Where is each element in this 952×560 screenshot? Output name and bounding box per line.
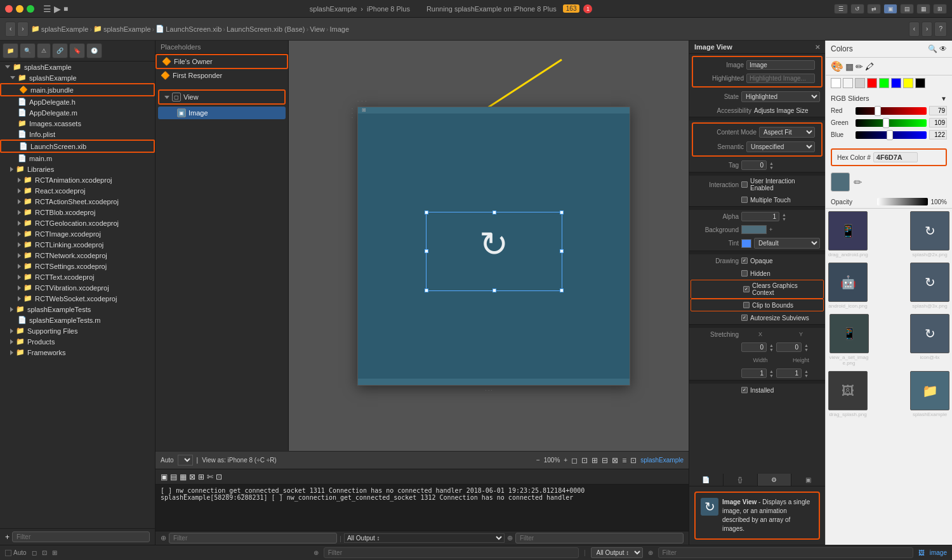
image-input[interactable] (746, 60, 815, 70)
green-value-input[interactable] (929, 118, 947, 127)
highlighted-input[interactable] (746, 74, 815, 83)
tint-color-swatch[interactable] (741, 239, 751, 248)
image-cell-android-icon[interactable]: 🤖 android_icon.png (828, 263, 868, 309)
console-icon-2[interactable]: ▤ (170, 472, 177, 481)
triangle-icon[interactable] (18, 210, 21, 215)
swatch-gray[interactable] (855, 78, 865, 88)
sidebar-item-rctanimation[interactable]: 📁 RCTAnimation.xcodeproj (0, 174, 155, 185)
sidebar-nav-btn-3[interactable]: ⚠ (37, 43, 51, 58)
breadcrumb-item-1[interactable]: 📁 splashExample (31, 25, 89, 33)
sliders-dropdown-icon[interactable]: ▼ (941, 95, 947, 102)
zoom-button[interactable] (27, 5, 34, 13)
sidebar-item-react[interactable]: 📁 React.xcodeproj (0, 185, 155, 196)
close-icon[interactable]: ✕ (815, 44, 820, 51)
status-nav-1[interactable]: ◻ (32, 549, 37, 556)
sidebar-item-rcttext[interactable]: 📁 RCTText.xcodeproj (0, 271, 155, 282)
content-mode-select[interactable]: Aspect Fit (759, 127, 815, 138)
triangle-icon[interactable] (10, 350, 13, 355)
sidebar-item-splashexampletests[interactable]: 📁 splashExampleTests (0, 304, 155, 315)
window-controls[interactable] (5, 5, 34, 13)
image-cell-drag-android[interactable]: 📱 drag_android.png (828, 211, 868, 257)
auto-select[interactable] (178, 455, 193, 466)
handle-br[interactable] (560, 289, 564, 292)
triangle-icon[interactable] (18, 231, 21, 237)
console-filter-input2[interactable] (515, 533, 684, 544)
breadcrumb-item-3[interactable]: 📄 LaunchScreen.xib (155, 25, 221, 33)
multiple-touch-checkbox[interactable] (741, 197, 748, 203)
handle-bm[interactable] (493, 289, 496, 292)
tab-file[interactable]: 📄 (689, 474, 724, 486)
sidebar-item-info-plist[interactable]: 📄 Info.plist (0, 129, 155, 140)
sidebar-item-splashexample-root[interactable]: 📁 splashExample (0, 62, 155, 72)
handle-bl[interactable] (425, 289, 428, 292)
tree-item-image[interactable]: ▣ Image (158, 107, 286, 119)
sidebar-nav-btn-5[interactable]: 🔖 (69, 43, 85, 58)
tree-item-files-owner[interactable]: 🔶 File's Owner (155, 54, 288, 69)
state-select[interactable]: Highlighted (741, 91, 820, 102)
nav-btn-group[interactable]: ‹ › ? (909, 22, 947, 37)
toolbar-btn-play[interactable]: ▶ (54, 4, 61, 14)
swatch-lightgray[interactable] (843, 78, 853, 88)
breadcrumb-item-5[interactable]: View (310, 25, 325, 33)
stretching-x-input[interactable] (741, 342, 767, 352)
zoom-out-btn[interactable]: − (536, 457, 540, 464)
handle-tm[interactable] (493, 211, 496, 214)
stretching-x-stepper[interactable]: ▲▼ (769, 343, 774, 352)
swatch-yellow[interactable] (903, 78, 913, 88)
stretching-y-input[interactable] (776, 342, 802, 352)
opaque-checkbox[interactable] (741, 257, 748, 264)
sidebar-item-main-m[interactable]: 📄 main.m (0, 153, 155, 164)
triangle-icon[interactable] (18, 285, 21, 290)
alpha-stepper[interactable]: ▲▼ (782, 212, 786, 221)
forward-btn[interactable]: › (17, 22, 28, 37)
triangle-icon[interactable] (18, 199, 21, 204)
sidebar-item-images-xcassets[interactable]: 📁 Images.xcassets (0, 118, 155, 129)
alpha-input[interactable] (741, 212, 779, 221)
swatch-blue[interactable] (891, 78, 901, 88)
handle-ml[interactable] (425, 249, 428, 253)
tag-stepper[interactable]: ▲▼ (769, 161, 774, 170)
swatch-black[interactable] (915, 78, 925, 88)
tint-select[interactable]: Default (754, 238, 820, 249)
bottom-filter-input[interactable] (324, 547, 579, 558)
sidebar-item-appdelegate-m[interactable]: 📄 AppDelegate.m (0, 107, 155, 118)
image-cell-drag-splash[interactable]: 🖼 drag_splash.png (828, 371, 868, 417)
bottom-filter-input-2[interactable] (658, 547, 913, 558)
stretching-height-input[interactable] (776, 368, 802, 378)
stretching-y-stepper[interactable]: ▲▼ (804, 343, 809, 352)
background-expand[interactable]: + (769, 226, 772, 233)
red-value-input[interactable] (929, 106, 947, 115)
toolbar-btn-stop[interactable]: ■ (63, 4, 68, 13)
stretching-width-input[interactable] (741, 368, 767, 378)
breadcrumb-item-4[interactable]: LaunchScreen.xib (Base) (227, 25, 305, 33)
triangle-icon[interactable] (18, 178, 21, 183)
triangle-icon[interactable] (18, 296, 21, 301)
sidebar-nav-btn-2[interactable]: 🔍 (20, 43, 36, 58)
console-icon-3[interactable]: ▦ (180, 472, 187, 481)
handle-tl[interactable] (425, 211, 428, 214)
stretching-h-stepper[interactable]: ▲▼ (804, 369, 809, 378)
triangle-icon[interactable] (10, 307, 13, 312)
console-icon-5[interactable]: ⊞ (198, 472, 204, 481)
layout-btn2[interactable]: ▤ (900, 4, 914, 14)
canvas[interactable]: ··· ··· ⊠ (289, 41, 689, 451)
status-nav-2[interactable]: ⊡ (42, 549, 47, 556)
sidebar-item-rctgeolocation[interactable]: 📁 RCTGeolocation.xcodeproj (0, 218, 155, 228)
tab-identity[interactable]: ⚙ (758, 474, 792, 486)
zoom-in-btn[interactable]: + (564, 457, 567, 464)
color-sliders-icon[interactable]: ▦ (845, 62, 854, 72)
sidebar-item-appdelegate-h[interactable]: 📄 AppDelegate.h (0, 96, 155, 107)
triangle-icon[interactable] (18, 188, 21, 193)
autoresize-checkbox[interactable] (741, 315, 748, 321)
background-color-swatch[interactable] (741, 225, 767, 234)
expand-triangle[interactable] (164, 96, 169, 99)
sidebar-item-rctwebsocket[interactable]: 📁 RCTWebSocket.xcodeproj (0, 293, 155, 304)
output-type-select[interactable]: All Output ↕ (591, 547, 643, 558)
red-slider-thumb[interactable] (875, 106, 881, 116)
image-cell-splash-2x[interactable]: ↻ splash@2x.png (910, 211, 949, 257)
eye-icon[interactable]: 👁 (939, 44, 947, 53)
pencil-icon[interactable]: ✏ (854, 176, 862, 188)
sidebar-nav-btn-1[interactable]: 📁 (3, 43, 18, 58)
sidebar-item-rctvibration[interactable]: 📁 RCTVibration.xcodeproj (0, 282, 155, 293)
sidebar-nav-btn-6[interactable]: 🕐 (86, 43, 102, 58)
